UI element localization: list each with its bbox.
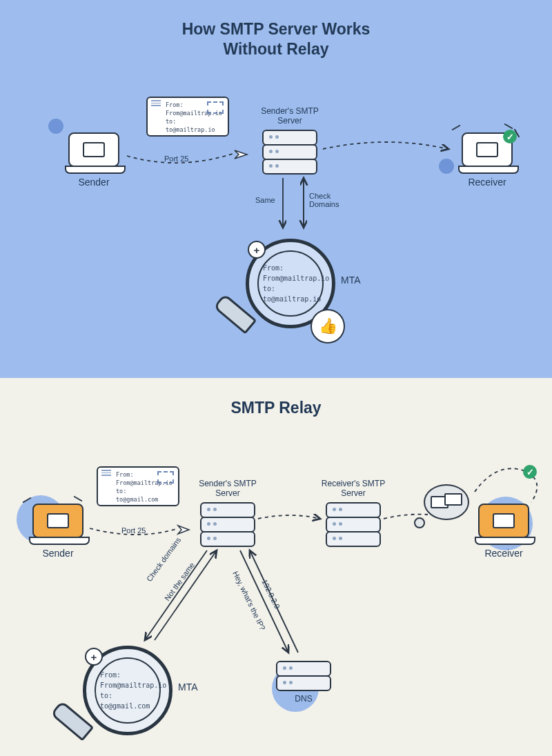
- stamp-icon: [157, 471, 174, 484]
- mta-magnifier-icon: + From: From@mailtrap.io to: to@gmail.co…: [83, 646, 172, 735]
- receiver-laptop-icon: ✓ Receiver: [458, 132, 516, 174]
- same-label: Same: [255, 196, 275, 204]
- plus-icon: +: [248, 241, 266, 259]
- port-label: Port 25: [164, 155, 188, 163]
- sender-label: Sender: [65, 177, 123, 188]
- check-icon: ✓: [523, 465, 537, 479]
- thought-bubble-icon: [424, 484, 469, 520]
- dns-server-icon: DNS: [276, 661, 331, 690]
- decor-circle: [439, 159, 454, 174]
- receiver-smtp-server-icon: Receiver's SMTP Server: [326, 502, 381, 546]
- mta-label: MTA: [178, 682, 198, 693]
- check-domains-label: Check Domains: [309, 192, 339, 208]
- thumbs-up-icon: 👍: [310, 309, 345, 344]
- mta-label: MTA: [341, 275, 361, 286]
- email-card: From: From@mailtrap.io to: to@gmail.com: [97, 466, 179, 506]
- panel-relay: SMTP Relay Sender From:: [0, 378, 552, 756]
- dns-label: DNS: [262, 694, 345, 704]
- receiver-label: Receiver: [458, 177, 516, 188]
- check-icon: ✓: [503, 130, 517, 143]
- receiver-laptop-icon: Receiver: [475, 504, 533, 545]
- email-card: From: From@mailtrap.io to: to@mailtrap.i…: [146, 97, 229, 137]
- receiver-label: Receiver: [475, 548, 533, 559]
- plus-icon: +: [85, 648, 103, 666]
- sender-label: Sender: [29, 548, 87, 559]
- sender-laptop-icon: Sender: [29, 504, 87, 545]
- panel-title: How SMTP Server Works Without Relay: [0, 19, 552, 59]
- ip-value-label: 192.0.2.0: [260, 578, 282, 610]
- port-label: Port 25: [121, 526, 146, 535]
- stamp-icon: [207, 101, 224, 114]
- not-same-label: Not the same: [163, 561, 196, 602]
- decor-circle: [48, 119, 63, 134]
- sender-smtp-server-icon: Sender's SMTP Server: [262, 130, 317, 173]
- panel-without-relay: How SMTP Server Works Without Relay Send…: [0, 0, 552, 378]
- bubble-dot-icon: [414, 517, 425, 528]
- ip-question-label: Hey, what's the IP?: [231, 570, 267, 631]
- panel-title: SMTP Relay: [0, 399, 552, 417]
- sender-laptop-icon: Sender: [65, 132, 123, 174]
- sender-smtp-server-icon: Sender's SMTP Server: [200, 502, 255, 546]
- check-domains-label: Check domains: [145, 536, 182, 583]
